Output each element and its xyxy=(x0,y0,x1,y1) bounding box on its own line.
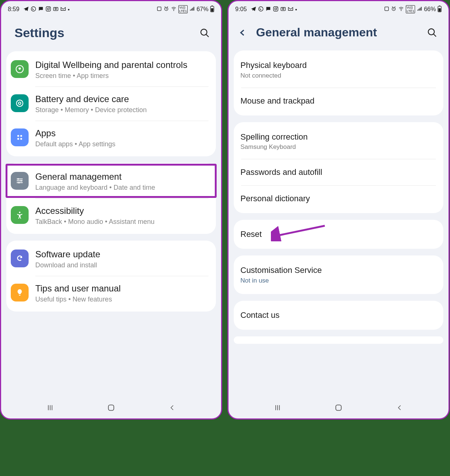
general-management-header: General management xyxy=(229,16,449,50)
settings-group: Reset xyxy=(234,220,443,249)
svg-point-18 xyxy=(17,138,19,140)
gmail-icon xyxy=(288,6,294,13)
settings-header: Settings xyxy=(1,16,221,51)
svg-point-33 xyxy=(401,10,402,11)
status-bar: 9:05 • Vo))LTE1 66% xyxy=(229,1,449,16)
settings-item-battery[interactable]: Battery and device care Storage • Memory… xyxy=(6,87,216,121)
svg-point-19 xyxy=(20,138,22,140)
wifi-icon xyxy=(171,6,177,13)
settings-group: Digital Wellbeing and parental controls … xyxy=(6,51,216,156)
item-reset[interactable]: Reset xyxy=(234,221,443,247)
status-time: 8:59 xyxy=(8,6,19,13)
settings-item-accessibility[interactable]: Accessibility TalkBack • Mono audio • As… xyxy=(6,199,216,232)
settings-group: General management Language and keyboard… xyxy=(6,163,216,234)
back-button[interactable] xyxy=(236,26,249,39)
nav-recents[interactable] xyxy=(45,402,56,413)
svg-point-22 xyxy=(18,182,20,183)
svg-rect-1 xyxy=(46,7,51,11)
signal-icon xyxy=(189,6,195,13)
svg-rect-38 xyxy=(336,405,341,411)
svg-rect-10 xyxy=(211,8,213,12)
item-passwords-autofill[interactable]: Passwords and autofill xyxy=(234,159,443,185)
item-mouse-trackpad[interactable]: Mouse and trackpad xyxy=(234,88,443,114)
nav-home[interactable] xyxy=(333,402,344,413)
instagram-icon xyxy=(273,6,279,13)
item-title: Reset xyxy=(240,229,262,239)
alarm-icon xyxy=(164,6,169,13)
svg-point-3 xyxy=(49,7,50,8)
settings-group: Contact us xyxy=(234,301,443,330)
settings-item-tips[interactable]: Tips and user manual Useful tips • New f… xyxy=(6,276,216,310)
svg-point-12 xyxy=(201,29,207,35)
software-update-icon xyxy=(11,250,29,267)
item-title: Customisation Service xyxy=(240,265,437,276)
nav-bar xyxy=(1,397,221,418)
settings-list: Digital Wellbeing and parental controls … xyxy=(1,51,221,397)
nav-back[interactable] xyxy=(394,402,405,413)
wifi-icon xyxy=(398,6,404,13)
telegram-icon xyxy=(250,6,256,13)
apps-icon xyxy=(11,128,29,146)
svg-point-16 xyxy=(17,135,19,137)
dot-icon: • xyxy=(295,6,297,13)
nfc-icon xyxy=(156,6,162,13)
status-time: 9:05 xyxy=(235,6,247,13)
svg-point-20 xyxy=(17,178,19,180)
nav-back[interactable] xyxy=(166,402,178,413)
item-subtitle: Default apps • App settings xyxy=(35,140,210,148)
camera-icon xyxy=(53,6,59,13)
svg-point-5 xyxy=(55,8,56,10)
search-button[interactable] xyxy=(425,26,439,39)
svg-rect-35 xyxy=(438,8,441,12)
whatsapp-icon xyxy=(258,6,264,13)
settings-group: Spelling correction Samsung Keyboard Pas… xyxy=(234,122,443,213)
item-customisation-service[interactable]: Customisation Service Not in use xyxy=(234,257,443,293)
item-title: General management xyxy=(35,171,210,182)
settings-item-general-management[interactable]: General management Language and keyboard… xyxy=(6,164,216,198)
settings-group: Physical keyboard Not connected Mouse an… xyxy=(234,50,443,115)
chat-icon xyxy=(38,6,44,13)
general-management-icon xyxy=(11,172,29,190)
settings-group-partial xyxy=(234,336,443,344)
status-bar: 8:59 • xyxy=(1,1,221,16)
item-title: Tips and user manual xyxy=(35,283,210,294)
page-title: General management xyxy=(256,26,419,39)
item-personal-dictionary[interactable]: Personal dictionary xyxy=(234,186,443,212)
item-subtitle: Not connected xyxy=(240,72,437,79)
svg-rect-26 xyxy=(273,7,278,11)
svg-rect-31 xyxy=(385,7,389,11)
settings-item-software-update[interactable]: Software update Download and install xyxy=(6,242,216,276)
settings-item-wellbeing[interactable]: Digital Wellbeing and parental controls … xyxy=(6,53,216,87)
item-spelling-correction[interactable]: Spelling correction Samsung Keyboard xyxy=(234,124,443,159)
nfc-icon xyxy=(384,6,389,13)
wellbeing-icon xyxy=(11,60,29,78)
svg-point-27 xyxy=(275,8,276,10)
page-title: Settings xyxy=(14,26,191,40)
item-title: Physical keyboard xyxy=(240,60,437,71)
battery-icon xyxy=(437,6,442,13)
svg-point-14 xyxy=(16,100,23,106)
svg-rect-4 xyxy=(54,7,58,11)
alarm-icon xyxy=(391,6,396,13)
svg-rect-29 xyxy=(281,7,285,11)
item-subtitle: Samsung Keyboard xyxy=(240,143,437,151)
settings-group: Software update Download and install Tip… xyxy=(6,241,216,312)
tips-icon xyxy=(11,284,29,301)
item-contact-us[interactable]: Contact us xyxy=(234,302,443,328)
item-title: Contact us xyxy=(240,310,279,320)
item-subtitle: TalkBack • Mono audio • Assistant menu xyxy=(35,218,210,226)
volte-icon: Vo))LTE1 xyxy=(178,5,188,13)
item-title: Mouse and trackpad xyxy=(240,96,314,105)
svg-point-0 xyxy=(31,7,36,11)
battery-percent: 67% xyxy=(197,6,208,13)
item-subtitle: Language and keyboard • Date and time xyxy=(35,184,210,192)
settings-item-apps[interactable]: Apps Default apps • App settings xyxy=(6,121,216,155)
search-button[interactable] xyxy=(198,26,211,40)
svg-point-17 xyxy=(20,135,22,137)
item-physical-keyboard[interactable]: Physical keyboard Not connected xyxy=(234,52,443,88)
svg-point-30 xyxy=(282,8,284,10)
nav-home[interactable] xyxy=(106,402,117,413)
item-title: Accessibility xyxy=(35,205,210,216)
item-title: Spelling correction xyxy=(240,132,437,142)
nav-recents[interactable] xyxy=(272,402,283,413)
